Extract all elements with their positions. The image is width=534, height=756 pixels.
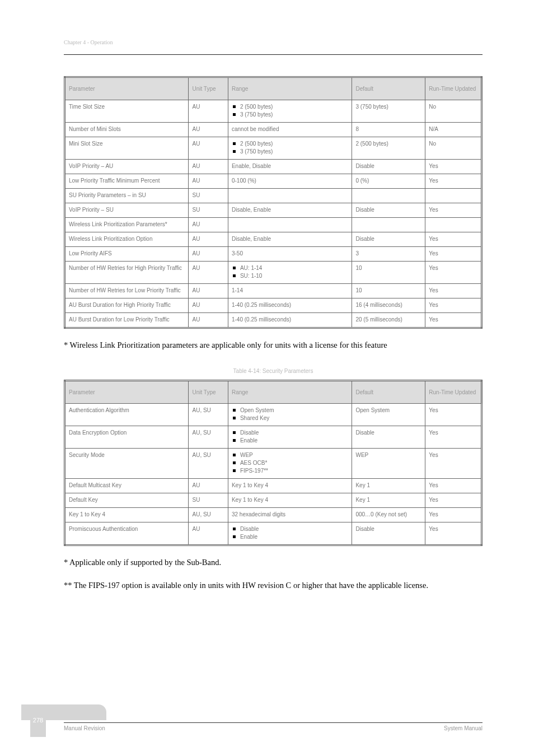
range-bullet: FIPS-197** [232, 467, 348, 475]
cell-runtime: Yes [425, 174, 482, 189]
cell-parameter: AU Burst Duration for High Priority Traf… [65, 298, 189, 313]
cell-range [228, 189, 352, 203]
cell-parameter: Time Slot Size [65, 100, 189, 123]
cell-runtime: Yes [425, 493, 482, 508]
col-default: Default [352, 77, 425, 100]
cell-range: WEPAES OCB*FIPS-197** [228, 449, 352, 479]
table-row: Promiscuous AuthenticationAUDisableEnabl… [65, 522, 482, 545]
cell-parameter: Default Key [65, 493, 189, 508]
cell-default: 10 [352, 262, 425, 284]
cell-range: Disable, Enable [228, 203, 352, 218]
range-value: 1-40 (0.25 milliseconds) [232, 316, 291, 323]
cell-parameter: Wireless Link Prioritization Parameters* [65, 218, 189, 232]
cell-parameter: Wireless Link Prioritization Option [65, 232, 189, 247]
cell-default: 16 (4 milliseconds) [352, 298, 425, 313]
range-bullet: 2 (500 bytes) [232, 103, 348, 111]
cell-runtime: Yes [425, 247, 482, 262]
cell-unit: AU, SU [189, 426, 228, 449]
bullet-icon [233, 461, 236, 464]
range-value: cannot be modified [232, 126, 279, 132]
col-parameter: Parameter [65, 77, 189, 100]
cell-parameter: SU Priority Parameters – in SU [65, 189, 189, 203]
cell-parameter: Promiscuous Authentication [65, 522, 189, 545]
cell-unit: AU [189, 123, 228, 137]
cell-runtime: Yes [425, 262, 482, 284]
cell-unit: AU [189, 298, 228, 313]
cell-parameter: Data Encryption Option [65, 426, 189, 449]
range-value: Disable, Enable [232, 236, 271, 242]
range-value: Disable, Enable [232, 207, 271, 213]
footer-rule [64, 722, 483, 723]
range-value: Key 1 to Key 4 [232, 482, 268, 488]
cell-parameter: Default Multicast Key [65, 479, 189, 493]
bullet-icon [233, 528, 236, 530]
range-bullet: Enable [232, 533, 348, 541]
range-bullet: 3 (750 bytes) [232, 111, 348, 119]
col-unit: Unit Type [189, 381, 228, 404]
cell-unit: AU [189, 137, 228, 160]
cell-unit: AU [189, 174, 228, 189]
range-bullet: AES OCB* [232, 459, 348, 467]
bullet-icon [233, 105, 236, 108]
cell-range: cannot be modified [228, 123, 352, 137]
range-bullet: 3 (750 bytes) [232, 148, 348, 156]
page-footer: Manual Revision System Manual [0, 722, 534, 731]
range-value: AU: 1-14 [240, 264, 348, 272]
cell-range: 2 (500 bytes)3 (750 bytes) [228, 137, 352, 160]
table-row: Default Multicast KeyAUKey 1 to Key 4Key… [65, 479, 482, 493]
range-value: 3 (750 bytes) [240, 148, 348, 156]
cell-unit: SU [189, 493, 228, 508]
cell-runtime: Yes [425, 508, 482, 522]
table2-caption: Table 4-14: Security Parameters [64, 368, 483, 374]
cell-parameter: VoIP Priority – SU [65, 203, 189, 218]
range-bullet: AU: 1-14 [232, 264, 348, 272]
cell-parameter: AU Burst Duration for Low Priority Traff… [65, 313, 189, 328]
cell-unit: AU [189, 218, 228, 232]
cell-parameter: Low Priority Traffic Minimum Percent [65, 174, 189, 189]
table-row: Key 1 to Key 4AU, SU32 hexadecimal digit… [65, 508, 482, 522]
col-range: Range [228, 77, 352, 100]
cell-runtime: Yes [425, 479, 482, 493]
range-value: Key 1 to Key 4 [232, 497, 268, 503]
footnote-wireless-link: * Wireless Link Prioritization parameter… [64, 339, 483, 351]
cell-runtime: Yes [425, 522, 482, 545]
cell-range: 1-14 [228, 284, 352, 298]
cell-parameter: Mini Slot Size [65, 137, 189, 160]
cell-parameter: Number of HW Retries for Low Priority Tr… [65, 284, 189, 298]
range-value: Disable [240, 525, 348, 533]
cell-parameter: Number of Mini Slots [65, 123, 189, 137]
cell-unit: AU [189, 100, 228, 123]
cell-runtime: No [425, 137, 482, 160]
cell-default: Disable [352, 203, 425, 218]
table-header-row: Parameter Unit Type Range Default Run-Ti… [65, 381, 482, 404]
cell-default: 000…0 (Key not set) [352, 508, 425, 522]
cell-range: Open SystemShared Key [228, 404, 352, 426]
header-rule [64, 54, 483, 55]
cell-range: Key 1 to Key 4 [228, 493, 352, 508]
cell-default: 3 [352, 247, 425, 262]
cell-runtime: Yes [425, 284, 482, 298]
cell-range: 1-40 (0.25 milliseconds) [228, 298, 352, 313]
range-bullet: SU: 1-10 [232, 272, 348, 280]
table-row: Data Encryption OptionAU, SUDisableEnabl… [65, 426, 482, 449]
cell-default: 2 (500 bytes) [352, 137, 425, 160]
cell-default: Disable [352, 522, 425, 545]
footer-right: System Manual [444, 725, 483, 731]
cell-range [228, 218, 352, 232]
table-row: Low Priority AIFSAU3-503Yes [65, 247, 482, 262]
cell-range: DisableEnable [228, 522, 352, 545]
bullet-icon [233, 409, 236, 412]
table-row: AU Burst Duration for Low Priority Traff… [65, 313, 482, 328]
range-value: SU: 1-10 [240, 272, 348, 280]
cell-default: Open System [352, 404, 425, 426]
cell-runtime: Yes [425, 298, 482, 313]
cell-runtime: No [425, 100, 482, 123]
range-value: 3 (750 bytes) [240, 111, 348, 119]
table-row: Number of Mini SlotsAUcannot be modified… [65, 123, 482, 137]
params-table-1: Parameter Unit Type Range Default Run-Ti… [64, 76, 483, 329]
range-value: Disable [240, 429, 348, 437]
cell-range: Enable, Disable [228, 160, 352, 174]
bullet-icon [233, 150, 236, 153]
range-value: WEP [240, 451, 348, 459]
col-default: Default [352, 381, 425, 404]
